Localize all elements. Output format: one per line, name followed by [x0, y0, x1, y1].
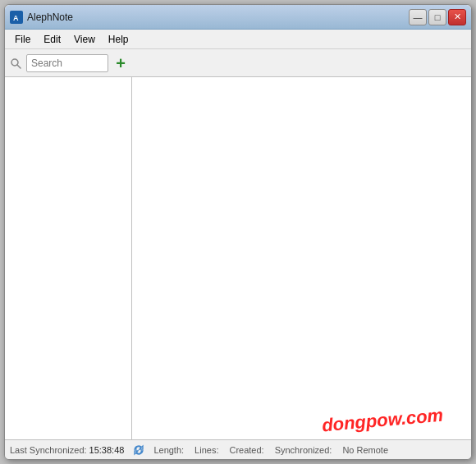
search-input[interactable] [26, 54, 108, 72]
note-editor-panel[interactable] [132, 77, 471, 439]
title-bar: A AlephNote — □ ✕ [5, 5, 471, 30]
app-icon: A [10, 11, 23, 24]
last-sync-label: Last Synchronized: [10, 445, 87, 455]
length-item: Length: [153, 445, 186, 455]
synchronized-label: Synchronized: [275, 445, 332, 455]
close-button[interactable]: ✕ [448, 9, 466, 25]
sync-icon[interactable] [132, 443, 145, 457]
window-title: AlephNote [27, 11, 73, 23]
svg-line-3 [17, 65, 21, 68]
menu-view[interactable]: View [67, 32, 102, 47]
lines-label: Lines: [195, 445, 218, 455]
length-label: Length: [153, 445, 184, 455]
status-bar: Last Synchronized: 15:38:48 Length: Line… [5, 439, 471, 459]
app-window: A AlephNote — □ ✕ File Edit View Help + [4, 4, 472, 460]
last-sync-value: 15:38:48 [89, 445, 125, 455]
maximize-button[interactable]: □ [428, 9, 446, 25]
menu-bar: File Edit View Help [5, 30, 471, 49]
search-icon [8, 56, 23, 71]
toolbar: + [5, 49, 471, 77]
created-item: Created: [229, 445, 266, 455]
svg-text:A: A [13, 14, 19, 22]
note-list-panel [5, 77, 132, 439]
no-remote-item: No Remote [342, 445, 388, 455]
no-remote-label: No Remote [342, 445, 388, 455]
synchronized-item: Synchronized: [275, 445, 335, 455]
menu-file[interactable]: File [8, 32, 37, 47]
last-sync-item: Last Synchronized: 15:38:48 [10, 445, 124, 455]
created-label: Created: [229, 445, 263, 455]
menu-help[interactable]: Help [102, 32, 135, 47]
title-bar-controls: — □ ✕ [409, 9, 466, 25]
lines-item: Lines: [195, 445, 221, 455]
menu-edit[interactable]: Edit [37, 32, 67, 47]
main-content [5, 77, 471, 439]
minimize-button[interactable]: — [409, 9, 427, 25]
add-note-button[interactable]: + [112, 54, 130, 72]
title-bar-left: A AlephNote [10, 11, 73, 24]
